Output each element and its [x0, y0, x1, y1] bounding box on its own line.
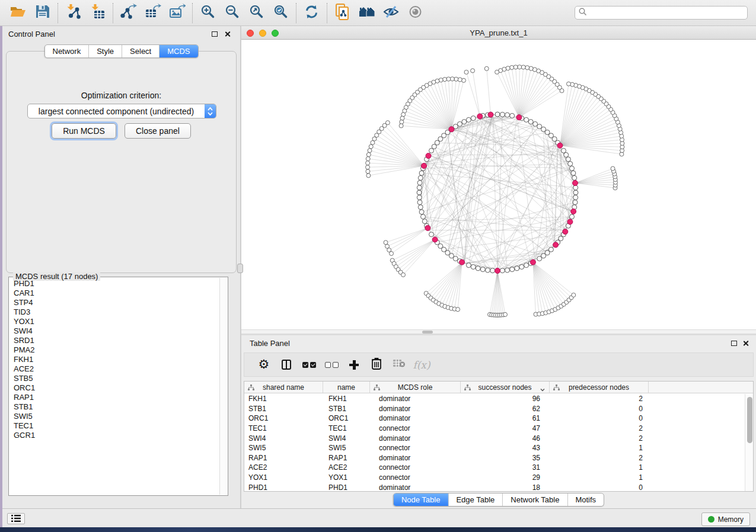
zoom-fit-button[interactable] [244, 2, 269, 24]
network-horizontal-scrollbar[interactable] [241, 329, 756, 334]
network-node[interactable] [429, 232, 434, 237]
select-all-button[interactable] [298, 355, 320, 375]
network-node[interactable] [528, 120, 533, 124]
network-window-titlebar[interactable]: YPA_prune.txt_1 [241, 26, 756, 40]
network-leaf-node[interactable] [456, 307, 460, 312]
mcds-hub-node[interactable] [557, 143, 563, 148]
table-row[interactable]: ORC1ORC1dominator610 [244, 414, 745, 424]
save-session-button[interactable] [30, 2, 55, 24]
network-node[interactable] [490, 268, 495, 273]
network-view[interactable] [241, 40, 756, 329]
mcds-hub-node[interactable] [573, 180, 578, 185]
network-node[interactable] [466, 263, 471, 268]
network-node[interactable] [422, 219, 427, 224]
network-node[interactable] [570, 214, 575, 219]
network-node[interactable] [417, 200, 422, 205]
network-node[interactable] [453, 257, 458, 261]
network-node[interactable] [421, 214, 426, 219]
tab-network[interactable]: Network [44, 45, 89, 57]
table-row[interactable]: STB1STB1dominator620 [244, 404, 745, 414]
mcds-result-list[interactable]: PHD1CAR1STP4TID3YOX1SWI4SRD1PMA2FKH1ACE2… [9, 279, 219, 495]
network-leaf-node[interactable] [572, 293, 576, 297]
network-leaf-node[interactable] [454, 77, 458, 81]
mcds-hub-node[interactable] [495, 268, 500, 274]
network-node[interactable] [573, 195, 578, 200]
close-panel-button[interactable]: Close panel [125, 123, 191, 139]
list-item[interactable]: STB5 [9, 374, 219, 383]
mcds-hub-node[interactable] [422, 163, 427, 168]
network-leaf-node[interactable] [506, 66, 510, 70]
network-node[interactable] [449, 254, 454, 258]
zoom-selected-button[interactable] [269, 2, 293, 24]
network-node[interactable] [500, 268, 505, 273]
table-row[interactable]: YOX1YOX1connector291 [244, 473, 745, 483]
network-node[interactable] [486, 268, 490, 273]
network-leaf-node[interactable] [525, 66, 529, 70]
network-node[interactable] [462, 120, 467, 124]
network-leaf-node[interactable] [484, 66, 489, 70]
network-node[interactable] [495, 112, 500, 117]
network-node[interactable] [417, 190, 422, 195]
list-item[interactable]: STP4 [9, 298, 219, 307]
duplicate-network-button[interactable] [330, 2, 355, 24]
tab-select[interactable]: Select [122, 45, 160, 57]
network-node[interactable] [417, 185, 422, 190]
import-table-button[interactable] [85, 2, 110, 24]
network-leaf-node[interactable] [521, 65, 525, 69]
mcds-hub-node[interactable] [488, 112, 493, 117]
network-leaf-node[interactable] [399, 124, 403, 128]
network-node[interactable] [510, 267, 515, 272]
tab-style[interactable]: Style [89, 45, 122, 57]
network-leaf-node[interactable] [495, 70, 499, 74]
table-row[interactable]: ACE2ACE2connector311 [244, 463, 745, 473]
list-item[interactable]: STB1 [9, 402, 219, 412]
network-node[interactable] [457, 121, 462, 126]
network-leaf-node[interactable] [446, 77, 451, 81]
criterion-select[interactable]: largest connected component (undirected) [27, 104, 216, 118]
network-leaf-node[interactable] [366, 161, 370, 165]
float-window-icon[interactable] [731, 341, 737, 346]
run-mcds-button[interactable]: Run MCDS [52, 123, 116, 139]
network-leaf-node[interactable] [366, 165, 370, 169]
network-leaf-node[interactable] [529, 66, 533, 70]
mcds-hub-node[interactable] [571, 209, 576, 214]
network-leaf-node[interactable] [372, 137, 377, 141]
network-node[interactable] [417, 181, 422, 185]
column-header-predecessor-nodes[interactable]: predecessor nodes [550, 382, 649, 393]
network-node[interactable] [432, 144, 436, 149]
table-row[interactable]: PHD1PHD1dominator180 [244, 482, 745, 491]
function-builder-button[interactable]: f(x) [410, 355, 433, 375]
network-leaf-node[interactable] [532, 68, 537, 72]
network-node[interactable] [537, 124, 542, 129]
hide-graphics-details-button[interactable] [379, 2, 403, 24]
network-node[interactable] [505, 113, 510, 117]
table-row[interactable]: SWI4SWI4dominator462 [244, 433, 745, 443]
network-node[interactable] [505, 268, 510, 273]
tab-mcds[interactable]: MCDS [160, 45, 197, 57]
close-panel-icon[interactable] [224, 31, 231, 37]
mcds-hub-node[interactable] [563, 229, 568, 235]
mcds-hub-node[interactable] [426, 153, 431, 159]
network-leaf-node[interactable] [366, 169, 370, 174]
list-item[interactable]: SRD1 [9, 336, 219, 345]
zoom-in-button[interactable] [196, 2, 220, 24]
table-row[interactable]: SWI5SWI5connector431 [244, 443, 745, 453]
list-item[interactable]: TEC1 [9, 421, 219, 431]
network-node[interactable] [418, 175, 423, 180]
network-leaf-node[interactable] [390, 251, 394, 255]
deselect-all-button[interactable] [320, 355, 343, 375]
list-item[interactable]: RAP1 [9, 393, 219, 402]
delete-column-button[interactable] [365, 355, 388, 375]
mcds-hub-node[interactable] [449, 127, 454, 132]
network-node[interactable] [533, 121, 538, 126]
list-item[interactable]: TID3 [9, 307, 219, 317]
network-node[interactable] [500, 112, 505, 117]
list-item[interactable]: PMA2 [9, 345, 219, 355]
network-leaf-node[interactable] [513, 65, 518, 69]
network-node[interactable] [476, 266, 480, 271]
mcds-hub-node[interactable] [477, 114, 483, 119]
list-item[interactable]: CAR1 [9, 289, 219, 298]
mcds-hub-node[interactable] [567, 219, 573, 225]
close-panel-icon[interactable] [742, 340, 749, 347]
tab-motifs[interactable]: Motifs [567, 493, 604, 506]
